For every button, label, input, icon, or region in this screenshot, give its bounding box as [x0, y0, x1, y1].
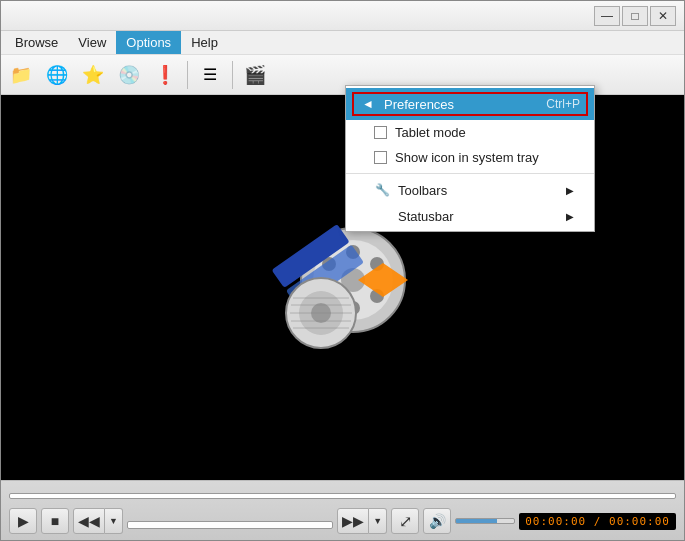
stop-button[interactable]: ■ [41, 508, 69, 534]
menu-browse[interactable]: Browse [5, 31, 68, 54]
show-icon-checkbox[interactable] [374, 151, 387, 164]
options-dropdown: ◄ Preferences Ctrl+P Tablet mode Show ic… [345, 85, 595, 232]
next-button[interactable]: ▶▶ [337, 508, 369, 534]
next-group: ▶▶ ▼ [337, 508, 387, 534]
window-controls: — □ ✕ [594, 6, 676, 26]
menu-separator-1 [346, 173, 594, 174]
controls-row: ▶ ■ ◀◀ ▼ ▶▶ ▼ ⤢ [9, 506, 676, 536]
preferences-border: ◄ Preferences Ctrl+P [352, 92, 588, 116]
volume-icon: 🔊 [429, 513, 446, 529]
menubar: Browse View Options Help ◄ Preferences C… [1, 31, 684, 55]
seek-bar[interactable] [9, 493, 676, 499]
title-bar: — □ ✕ [1, 1, 684, 31]
play-icon: ▶ [18, 513, 29, 529]
maximize-button[interactable]: □ [622, 6, 648, 26]
toolbar-btn-list[interactable]: ☰ [194, 59, 226, 91]
toolbar-btn-disc[interactable]: 💿 [113, 59, 145, 91]
menu-help[interactable]: Help [181, 31, 228, 54]
toolbars-icon: 🔧 [374, 182, 390, 198]
menu-options[interactable]: Options [116, 31, 181, 54]
seek-bar-main-container [127, 513, 333, 529]
fullscreen-icon: ⤢ [399, 512, 412, 531]
toolbar-separator-2 [232, 61, 233, 89]
tablet-mode-checkbox[interactable] [374, 126, 387, 139]
toolbar-btn-star[interactable]: ⭐ [77, 59, 109, 91]
menu-item-tablet-mode[interactable]: Tablet mode [346, 120, 594, 145]
prev-button[interactable]: ◀◀ [73, 508, 105, 534]
toolbar-btn-media[interactable]: 🎬 [239, 59, 271, 91]
volume-slider[interactable] [455, 518, 515, 524]
menu-item-preferences[interactable]: ◄ Preferences Ctrl+P [346, 88, 594, 120]
prev-dropdown[interactable]: ▼ [105, 508, 123, 534]
toolbar-btn-alert[interactable]: ❗ [149, 59, 181, 91]
preferences-icon: ◄ [360, 96, 376, 112]
stop-icon: ■ [51, 513, 59, 529]
toolbar-btn-folder[interactable]: 📁 [5, 59, 37, 91]
play-button[interactable]: ▶ [9, 508, 37, 534]
time-display: 00:00:00 / 00:00:00 [519, 513, 676, 530]
menu-view[interactable]: View [68, 31, 116, 54]
preferences-label: Preferences [384, 97, 454, 112]
control-bar: ▶ ■ ◀◀ ▼ ▶▶ ▼ ⤢ [1, 480, 684, 540]
toolbar-btn-network[interactable]: 🌐 [41, 59, 73, 91]
prev-group: ◀◀ ▼ [73, 508, 123, 534]
toolbars-label: Toolbars [398, 183, 447, 198]
preferences-shortcut: Ctrl+P [546, 97, 580, 111]
main-seek-bar[interactable] [127, 521, 333, 529]
statusbar-arrow: ▶ [566, 211, 574, 222]
minimize-button[interactable]: — [594, 6, 620, 26]
menu-item-show-icon[interactable]: Show icon in system tray [346, 145, 594, 170]
tablet-mode-label: Tablet mode [395, 125, 466, 140]
toolbar-separator [187, 61, 188, 89]
statusbar-label: Statusbar [398, 209, 454, 224]
next-icon: ▶▶ [342, 513, 364, 529]
fullscreen-button[interactable]: ⤢ [391, 508, 419, 534]
dropdown-menu: ◄ Preferences Ctrl+P Tablet mode Show ic… [345, 85, 595, 232]
show-icon-label: Show icon in system tray [395, 150, 539, 165]
menu-item-toolbars[interactable]: 🔧 Toolbars ▶ [346, 177, 594, 203]
close-button[interactable]: ✕ [650, 6, 676, 26]
seek-bar-row [9, 485, 676, 506]
prev-icon: ◀◀ [78, 513, 100, 529]
menu-item-statusbar[interactable]: Statusbar ▶ [346, 203, 594, 229]
toolbars-arrow: ▶ [566, 185, 574, 196]
main-window: — □ ✕ Browse View Options Help ◄ Prefere… [0, 0, 685, 541]
statusbar-icon [374, 208, 390, 224]
volume-button[interactable]: 🔊 [423, 508, 451, 534]
next-dropdown[interactable]: ▼ [369, 508, 387, 534]
